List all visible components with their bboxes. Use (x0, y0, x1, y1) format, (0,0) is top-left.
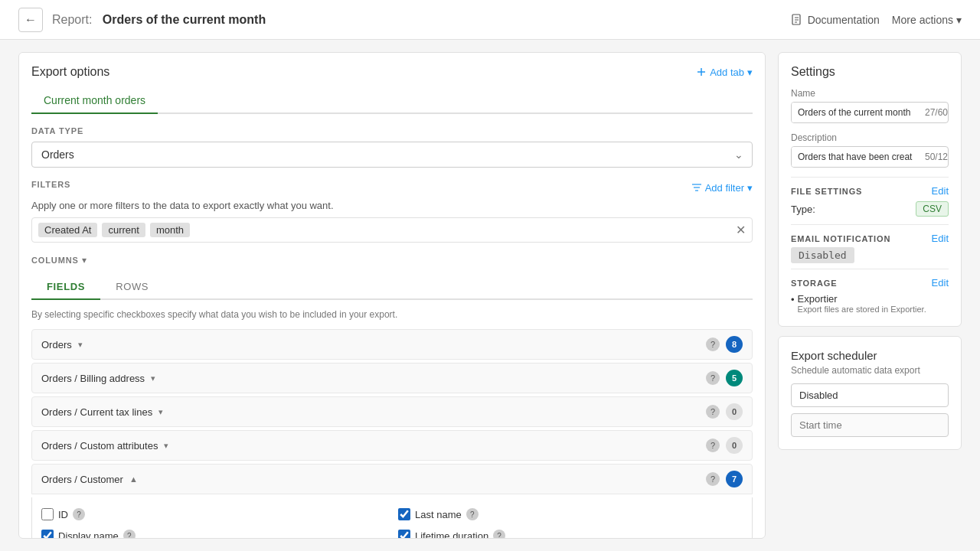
export-options-title: Export options (31, 65, 109, 79)
field-lifetime-duration-checkbox[interactable] (398, 530, 410, 539)
export-options-header: Export options Add tab ▾ (31, 65, 753, 79)
custom-attributes-help-icon[interactable]: ? (706, 439, 720, 452)
category-custom-attributes[interactable]: Orders / Custom attributes ▾ ? 0 (31, 430, 753, 461)
tab-bar: Current month orders (31, 88, 753, 114)
description-input[interactable] (792, 147, 919, 167)
add-filter-button[interactable]: Add filter ▾ (691, 182, 753, 194)
filter-icon (691, 182, 702, 193)
billing-address-badge: 5 (726, 370, 743, 386)
more-actions-label: More actions (892, 14, 953, 26)
more-actions-button[interactable]: More actions ▾ (892, 14, 962, 26)
data-type-label: DATA TYPE (31, 126, 753, 135)
filter-tag-month[interactable]: month (150, 223, 190, 237)
category-billing-address[interactable]: Orders / Billing address ▾ ? 5 (31, 363, 753, 393)
storage-edit-link[interactable]: Edit (932, 277, 949, 289)
filter-tag-current[interactable]: current (102, 223, 145, 237)
add-filter-label: Add filter (705, 182, 744, 194)
tab-current-month-orders[interactable]: Current month orders (31, 88, 158, 114)
documentation-link[interactable]: Documentation (791, 14, 880, 26)
back-icon: ← (24, 13, 37, 27)
file-settings-title: FILE SETTINGS (791, 187, 862, 196)
app-header: ← Report: Orders of the current month Do… (0, 0, 980, 40)
description-label: Description (791, 132, 949, 143)
doc-icon (791, 14, 803, 26)
category-tax-lines[interactable]: Orders / Current tax lines ▾ ? 0 (31, 396, 753, 427)
email-notification-value: Disabled (791, 247, 854, 263)
tab-fields[interactable]: FIELDS (31, 275, 100, 300)
add-tab-chevron: ▾ (747, 67, 753, 78)
tax-lines-chevron-icon: ▾ (158, 407, 163, 417)
data-type-wrapper: Orders (31, 142, 753, 168)
storage-bullet: • (791, 294, 795, 305)
filter-clear-button[interactable]: ✕ (736, 223, 746, 237)
start-time-input[interactable] (791, 413, 949, 437)
add-filter-chevron: ▾ (747, 182, 753, 194)
custom-attributes-badge: 0 (726, 437, 743, 454)
type-value: CSV (916, 201, 949, 217)
orders-badge: 8 (726, 336, 743, 353)
category-orders[interactable]: Orders ▾ ? 8 (31, 329, 753, 360)
add-tab-button[interactable]: Add tab ▾ (696, 67, 753, 78)
customer-fields-grid: ID ? Last name ? Display name ? Lifetime… (31, 497, 753, 539)
add-tab-label: Add tab (710, 67, 744, 78)
name-char-count: 27/60 (919, 107, 949, 118)
scheduler-select[interactable]: Disabled (791, 383, 949, 407)
filter-tags-container: Created At current month ✕ (31, 217, 753, 243)
filter-tag-created-at[interactable]: Created At (38, 223, 97, 237)
field-display-name-checkbox[interactable] (41, 530, 54, 539)
page-title: Report: Orders of the current month (52, 13, 266, 27)
custom-attributes-label: Orders / Custom attributes (41, 440, 158, 452)
columns-chevron-icon: ▾ (82, 255, 87, 266)
category-customer[interactable]: Orders / Customer ▲ ? 7 (31, 464, 753, 494)
orders-help-icon[interactable]: ? (706, 337, 720, 351)
field-last-name-checkbox[interactable] (398, 508, 410, 520)
name-input[interactable] (792, 103, 919, 122)
storage-text: Exportier Export files are stored in Exp… (798, 293, 926, 314)
scheduler-card: Export scheduler Schedule automatic data… (778, 336, 962, 450)
email-notification-row: EMAIL NOTIFICATION Edit (791, 233, 949, 244)
header-left: ← Report: Orders of the current month (18, 8, 266, 32)
scheduler-description: Schedule automatic data export (791, 365, 949, 376)
header-right: Documentation More actions ▾ (791, 14, 962, 26)
billing-address-help-icon[interactable]: ? (706, 371, 720, 385)
field-display-name: Display name ? (41, 527, 386, 539)
columns-header: COLUMNS ▾ (31, 255, 753, 266)
sub-tabs: FIELDS ROWS (31, 275, 753, 300)
customer-help-icon[interactable]: ? (706, 472, 720, 486)
settings-card: Settings Name 27/60 Description 50/120 (778, 52, 962, 327)
file-settings-edit-link[interactable]: Edit (932, 185, 949, 197)
storage-name: Exportier (798, 293, 838, 305)
filters-label: FILTERS (31, 180, 70, 189)
report-name: Orders of the current month (103, 13, 266, 26)
customer-label: Orders / Customer (41, 474, 123, 485)
field-lifetime-duration: Lifetime duration ? (398, 527, 743, 539)
file-settings-row: FILE SETTINGS Edit (791, 185, 949, 197)
tab-rows[interactable]: ROWS (100, 275, 164, 300)
back-button[interactable]: ← (18, 8, 43, 32)
documentation-label: Documentation (808, 14, 880, 26)
billing-address-chevron-icon: ▾ (151, 373, 155, 383)
customer-badge: 7 (726, 471, 743, 487)
left-panel: Export options Add tab ▾ Current month o… (18, 52, 766, 539)
data-type-select[interactable]: Orders (31, 142, 753, 168)
name-label: Name (791, 88, 949, 99)
field-id-help[interactable]: ? (73, 508, 85, 520)
tax-lines-label: Orders / Current tax lines (41, 406, 152, 418)
billing-address-label: Orders / Billing address (41, 373, 145, 384)
field-id-checkbox[interactable] (41, 508, 54, 520)
tax-lines-help-icon[interactable]: ? (706, 405, 720, 419)
field-id-label: ID (58, 509, 68, 520)
field-last-name-help[interactable]: ? (466, 508, 479, 520)
fields-description: By selecting specific checkboxes specify… (31, 309, 753, 320)
storage-title: STORAGE (791, 279, 837, 288)
description-input-wrapper: 50/120 (791, 146, 949, 168)
settings-title: Settings (791, 65, 949, 79)
field-display-name-help[interactable]: ? (123, 530, 136, 539)
tax-lines-badge: 0 (726, 403, 743, 420)
orders-chevron-icon: ▾ (78, 340, 83, 350)
right-panel: Settings Name 27/60 Description 50/120 (778, 52, 962, 539)
storage-item: • Exportier Export files are stored in E… (791, 293, 949, 314)
email-notification-edit-link[interactable]: Edit (932, 233, 949, 244)
field-lifetime-duration-help[interactable]: ? (493, 530, 505, 539)
chevron-down-icon: ▾ (956, 14, 962, 26)
